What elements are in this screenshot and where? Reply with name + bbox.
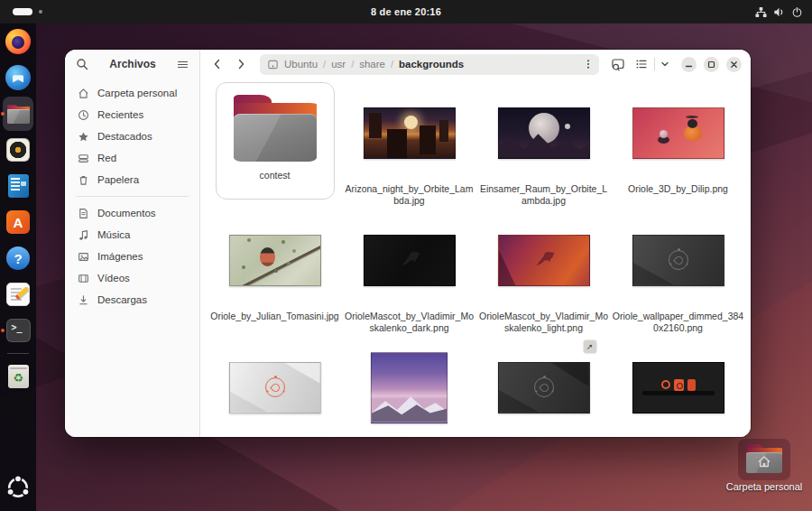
file-item[interactable] <box>342 337 476 437</box>
forward-button[interactable] <box>231 54 251 74</box>
sidebar-separator <box>76 196 189 197</box>
file-name: Oriole_3D_by_Dilip.png <box>613 183 744 195</box>
file-thumbnail <box>632 107 724 159</box>
back-button[interactable] <box>208 54 227 74</box>
sidebar-item-network[interactable]: Red <box>65 147 199 169</box>
file-thumbnail <box>498 362 590 413</box>
sidebar-item-downloads[interactable]: Descargas <box>65 289 199 311</box>
sidebar-item-documents[interactable]: Documentos <box>65 202 199 224</box>
main-pane: Ubuntu / usr / share / backgrounds <box>200 50 751 437</box>
terminal-icon: >_ <box>6 319 31 342</box>
file-name: Arizona_night_by_Orbite_Lambda.jpg <box>344 183 475 207</box>
folder-icon <box>234 95 317 162</box>
sidebar-item-home[interactable]: Carpeta personal <box>65 82 199 104</box>
ubuntu-emblem-icon <box>265 377 285 397</box>
workspace-inactive-dot[interactable] <box>39 10 42 14</box>
selected-item-card[interactable]: contest <box>216 82 335 200</box>
file-item[interactable]: ↗ <box>476 337 611 437</box>
files-icon <box>7 105 30 124</box>
dock-item-firefox[interactable] <box>0 23 36 60</box>
thunderbird-icon <box>5 65 31 90</box>
file-thumbnail <box>498 107 590 159</box>
split-button-divider <box>654 58 655 70</box>
chevron-down-icon[interactable] <box>658 54 672 74</box>
file-item[interactable]: Oriole_wallpaper_dimmed_3840x2160.png <box>611 209 745 337</box>
show-apps-button[interactable] <box>0 469 36 506</box>
file-item-contest[interactable]: contest <box>208 82 342 209</box>
file-grid-area[interactable]: contest Arizona_night_by_Orbite_Lambda.j… <box>200 79 751 437</box>
file-thumbnail <box>229 235 321 286</box>
libreoffice-writer-icon <box>8 174 29 198</box>
dock-item-trash[interactable]: ♻ <box>0 358 36 395</box>
file-item[interactable]: Arizona_night_by_Orbite_Lambda.jpg <box>342 82 476 209</box>
file-name: OrioleMascot_by_Vladimir_Moskalenko_dark… <box>344 311 475 334</box>
workspace-indicator[interactable] <box>13 8 42 15</box>
dock-item-rhythmbox[interactable] <box>0 132 36 168</box>
sidebar-item-videos[interactable]: Vídeos <box>65 267 199 289</box>
file-item[interactable] <box>208 337 342 437</box>
system-status-area[interactable] <box>755 6 803 18</box>
dock-item-help[interactable]: ? <box>0 240 36 276</box>
dock-item-text-editor[interactable] <box>0 276 36 312</box>
toolbar: Ubuntu / usr / share / backgrounds <box>200 50 751 79</box>
sidebar-item-trash[interactable]: Papelera <box>65 169 199 190</box>
path-menu-kebab-icon[interactable] <box>583 59 594 70</box>
file-name: Oriole_wallpaper_dimmed_3840x2160.png <box>613 311 744 334</box>
sidebar-item-music[interactable]: Música <box>65 224 199 246</box>
dock-item-libreoffice-writer[interactable] <box>0 168 36 204</box>
sidebar-item-starred[interactable]: Destacados <box>65 125 199 147</box>
file-thumbnail <box>364 235 456 286</box>
file-thumbnail <box>632 362 724 413</box>
ubuntu-emblem-icon <box>534 377 554 397</box>
path-segment-ubuntu[interactable]: Ubuntu <box>284 59 318 70</box>
search-icon[interactable] <box>76 58 88 70</box>
window-title: Archivos <box>88 58 177 70</box>
file-item[interactable]: Oriole_by_Julian_Tomasini.jpg <box>208 209 342 337</box>
list-view-icon[interactable] <box>632 54 651 74</box>
file-thumbnail <box>229 362 321 413</box>
app-center-icon: A <box>6 210 30 234</box>
ubuntu-logo-icon <box>5 475 31 500</box>
text-editor-icon <box>6 283 30 306</box>
workspace-active-pill[interactable] <box>13 8 32 15</box>
maximize-button[interactable] <box>704 57 719 72</box>
file-item[interactable]: OrioleMascot_by_Vladimir_Moskalenko_ligh… <box>476 209 611 337</box>
file-item[interactable] <box>611 337 745 437</box>
hamburger-menu-icon[interactable] <box>177 59 189 70</box>
file-item[interactable]: OrioleMascot_by_Vladimir_Moskalenko_dark… <box>342 209 476 337</box>
sidebar: Archivos Carpeta personal Recientes Dest… <box>65 50 200 437</box>
file-item[interactable]: Oriole_3D_by_Dilip.png <box>611 82 745 209</box>
dock: A ? >_ ♻ <box>0 23 36 511</box>
ubuntu-emblem-icon <box>669 250 688 270</box>
search-folder-button[interactable] <box>608 54 628 74</box>
desktop-home-shortcut[interactable]: Carpeta personal <box>729 439 799 492</box>
firefox-icon <box>5 29 31 54</box>
path-segment-share[interactable]: share <box>359 59 385 70</box>
sidebar-item-recent[interactable]: Recientes <box>65 104 199 125</box>
view-toggle-split-button[interactable] <box>632 54 672 74</box>
file-name: Oriole_by_Julian_Tomasini.jpg <box>209 311 341 322</box>
volume-icon <box>773 6 785 18</box>
dock-item-files[interactable] <box>0 96 36 132</box>
minimize-button[interactable] <box>681 57 697 72</box>
file-name: OrioleMascot_by_Vladimir_Moskalenko_ligh… <box>478 311 610 334</box>
rhythmbox-icon <box>6 138 30 162</box>
file-thumbnail <box>498 235 590 286</box>
path-segment-usr[interactable]: usr <box>331 59 346 70</box>
path-segment-backgrounds[interactable]: backgrounds <box>399 59 464 70</box>
dock-item-terminal[interactable]: >_ <box>0 312 36 348</box>
sidebar-item-pictures[interactable]: Imágenes <box>65 246 199 267</box>
clock[interactable]: 8 de ene 20:16 <box>371 6 441 17</box>
power-icon <box>791 6 803 18</box>
help-icon: ? <box>6 246 30 270</box>
window-controls <box>681 57 742 72</box>
symlink-emblem-icon: ↗ <box>584 340 596 353</box>
running-indicator <box>1 329 5 332</box>
running-indicator <box>1 112 5 116</box>
close-button[interactable] <box>726 57 742 72</box>
dock-item-app-center[interactable]: A <box>0 204 36 240</box>
network-icon <box>755 6 767 18</box>
dock-item-thunderbird[interactable] <box>0 60 36 96</box>
path-bar[interactable]: Ubuntu / usr / share / backgrounds <box>260 54 599 75</box>
file-item[interactable]: Einsamer_Raum_by_Orbite_Lambda.jpg <box>476 82 611 209</box>
